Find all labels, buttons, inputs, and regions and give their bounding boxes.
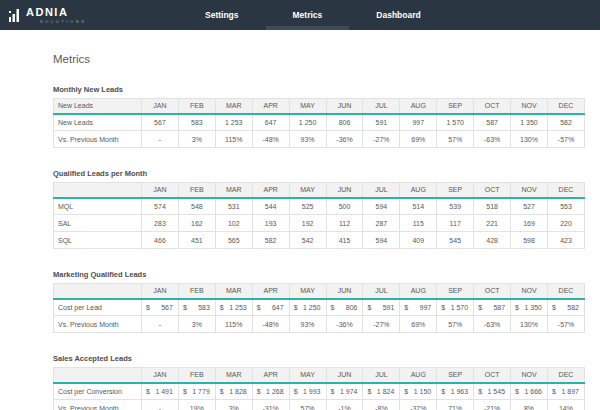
cell-value: 93% — [289, 316, 326, 333]
cell-value: 583 — [178, 114, 215, 131]
month-header: AUG — [400, 99, 437, 114]
month-header: APR — [252, 99, 289, 114]
cell-value: $582 — [547, 299, 584, 316]
brand-text: ADNIA SOLUTIONS — [26, 7, 87, 24]
cell-value: 565 — [215, 232, 252, 249]
month-header: JUL — [363, 99, 400, 114]
month-header: JAN — [142, 368, 179, 383]
cell-value: 117 — [437, 215, 474, 232]
cell-value: 553 — [547, 198, 584, 215]
cell-value: 69% — [400, 131, 437, 148]
cell-value: 115% — [215, 131, 252, 148]
month-header: DEC — [547, 284, 584, 299]
tab-dashboard[interactable]: Dashboard — [349, 0, 447, 30]
cell-value: 518 — [474, 198, 511, 215]
cell-value: 539 — [437, 198, 474, 215]
cell-value: $1 897 — [547, 383, 584, 400]
month-header: MAR — [215, 183, 252, 198]
cell-value: -36% — [326, 316, 363, 333]
table-section: Marketing Qualified LeadsJANFEBMARAPRMAY… — [53, 270, 585, 333]
row-label-header — [54, 368, 142, 383]
cell-value: $1 350 — [511, 299, 548, 316]
currency-symbol: $ — [552, 304, 556, 311]
currency-symbol: $ — [367, 304, 371, 311]
currency-symbol: $ — [478, 304, 482, 311]
cell-value: -63% — [474, 131, 511, 148]
cell-value: $567 — [142, 299, 179, 316]
row-label: Cost per Conversion — [54, 383, 142, 400]
cell-value: 3% — [178, 316, 215, 333]
cell-value: 130% — [511, 316, 548, 333]
cell-value: 409 — [400, 232, 437, 249]
table-heading: Marketing Qualified Leads — [53, 270, 585, 279]
month-header: FEB — [178, 368, 215, 383]
cell-value: 544 — [252, 198, 289, 215]
month-header: AUG — [400, 183, 437, 198]
cell-value: 1 350 — [511, 114, 548, 131]
currency-symbol: $ — [404, 304, 408, 311]
cell-value: 57% — [437, 316, 474, 333]
month-header: SEP — [437, 368, 474, 383]
cell-value: 548 — [178, 198, 215, 215]
cell-value: $1 974 — [326, 383, 363, 400]
table-section: Monthly New LeadsNew LeadsJANFEBMARAPRMA… — [53, 85, 585, 148]
cell-value: 415 — [326, 232, 363, 249]
tab-metrics[interactable]: Metrics — [266, 0, 350, 30]
row-label: Cost per Lead — [54, 299, 142, 316]
currency-symbol: $ — [331, 304, 335, 311]
currency-symbol: $ — [257, 304, 261, 311]
row-label: New Leads — [54, 114, 142, 131]
month-header: OCT — [474, 183, 511, 198]
cell-value: 1 250 — [289, 114, 326, 131]
cell-value: -31% — [252, 400, 289, 410]
table-row: New Leads5675831 2536471 2508065919971 5… — [54, 114, 585, 131]
cell-value: $806 — [326, 299, 363, 316]
currency-symbol: $ — [220, 304, 224, 311]
currency-symbol: $ — [146, 304, 150, 311]
cell-value: -48% — [252, 316, 289, 333]
month-header: APR — [252, 284, 289, 299]
data-table: JANFEBMARAPRMAYJUNJULAUGSEPOCTNOVDECCost… — [53, 367, 585, 410]
cell-value: -27% — [363, 131, 400, 148]
cell-value: 283 — [142, 215, 179, 232]
cell-value: 647 — [252, 114, 289, 131]
month-header: APR — [252, 183, 289, 198]
cell-value: - — [142, 400, 179, 410]
cell-value: 997 — [400, 114, 437, 131]
cell-value: 591 — [363, 114, 400, 131]
cell-value: 192 — [289, 215, 326, 232]
currency-symbol: $ — [552, 388, 556, 395]
cell-value: 130% — [511, 131, 548, 148]
month-header: MAR — [215, 284, 252, 299]
month-header: MAY — [289, 183, 326, 198]
cell-value: 287 — [363, 215, 400, 232]
cell-value: $587 — [474, 299, 511, 316]
bar-chart-icon — [9, 8, 22, 22]
app-window: ADNIA SOLUTIONS SettingsMetricsDashboard… — [0, 0, 600, 410]
cell-value: 594 — [363, 232, 400, 249]
currency-symbol: $ — [294, 388, 298, 395]
month-header: JUN — [326, 284, 363, 299]
currency-symbol: $ — [294, 304, 298, 311]
month-header: JAN — [142, 99, 179, 114]
table-header-row: New LeadsJANFEBMARAPRMAYJUNJULAUGSEPOCTN… — [54, 99, 585, 114]
cell-value: $591 — [363, 299, 400, 316]
tab-settings[interactable]: Settings — [178, 0, 266, 30]
month-header: JAN — [142, 183, 179, 198]
cell-value: $997 — [400, 299, 437, 316]
currency-symbol: $ — [515, 304, 519, 311]
cell-value: 527 — [511, 198, 548, 215]
row-label-header — [54, 183, 142, 198]
cell-value: $1 491 — [142, 383, 179, 400]
cell-value: 594 — [363, 198, 400, 215]
month-header: NOV — [511, 183, 548, 198]
month-header: MAR — [215, 368, 252, 383]
cell-value: $1 268 — [252, 383, 289, 400]
cell-value: 525 — [289, 198, 326, 215]
cell-value: 500 — [326, 198, 363, 215]
month-header: OCT — [474, 99, 511, 114]
cell-value: $1 666 — [511, 383, 548, 400]
cell-value: -8% — [363, 400, 400, 410]
month-header: DEC — [547, 99, 584, 114]
cell-value: $1 570 — [437, 299, 474, 316]
